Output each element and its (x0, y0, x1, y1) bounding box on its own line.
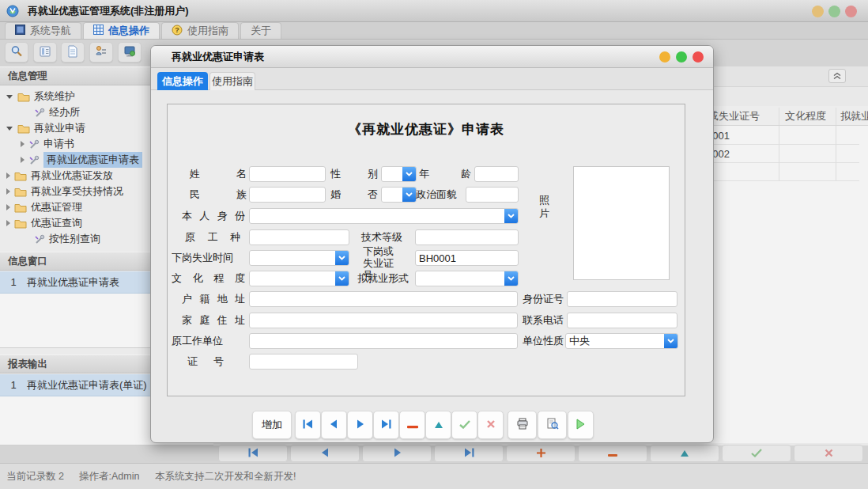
tool-icon (34, 108, 45, 118)
label-marital: 婚否 (330, 187, 378, 203)
tab-system-nav[interactable]: 系统导航 (5, 22, 81, 39)
layoff-time-select[interactable] (249, 250, 349, 266)
main-tab-bar: 系统导航 信息操作 ? 使用指南 关于 (0, 22, 868, 40)
collapsed-arrow-icon[interactable] (6, 172, 10, 179)
chevron-down-icon[interactable] (504, 271, 518, 286)
form-tool-button[interactable] (33, 42, 57, 63)
run-button[interactable] (568, 411, 594, 439)
collapsed-arrow-icon[interactable] (6, 220, 10, 226)
move-up-icon (434, 419, 443, 431)
label-photo: 照片 (539, 193, 551, 220)
delete-button[interactable] (399, 411, 425, 439)
tech-level-input[interactable] (415, 229, 519, 245)
collapsed-arrow-icon[interactable] (6, 188, 10, 195)
next-button[interactable] (347, 411, 373, 439)
last-record-icon (381, 419, 391, 431)
chevron-down-icon[interactable] (402, 167, 416, 181)
pager-edit-button[interactable] (650, 445, 719, 462)
marital-select[interactable] (381, 187, 417, 203)
name-input[interactable] (249, 166, 326, 182)
photo-placeholder (573, 166, 670, 280)
former-unit-input[interactable] (249, 333, 518, 349)
chevron-down-icon[interactable] (504, 209, 518, 223)
label-id-number: 身份证号 (523, 291, 564, 307)
dialog-close-button[interactable] (693, 51, 704, 63)
form-title: 《再就业优惠证》申请表 (168, 120, 685, 138)
status-bar: 当前记录数 2 操作者:Admin 本系统支持二次开发和全新开发! (0, 463, 868, 489)
expanded-arrow-icon[interactable] (6, 127, 13, 131)
dialog-maximize-button[interactable] (676, 51, 687, 63)
pager-add-button[interactable] (506, 445, 576, 462)
political-input[interactable] (466, 187, 519, 203)
last-button[interactable] (373, 411, 399, 439)
pager-prev-button[interactable] (290, 445, 360, 462)
layoff-cert-no-input[interactable] (415, 250, 519, 266)
user-tool-button[interactable] (89, 42, 113, 63)
employment-form-select[interactable] (415, 271, 519, 286)
prev-button[interactable] (321, 411, 347, 439)
home-addr-input[interactable] (249, 313, 518, 328)
folder-icon (14, 171, 27, 181)
confirm-button[interactable] (451, 411, 477, 439)
tab-user-guide[interactable]: ? 使用指南 (161, 22, 239, 39)
collapsed-arrow-icon[interactable] (21, 157, 25, 163)
close-button[interactable] (845, 6, 857, 17)
phone-input[interactable] (567, 313, 677, 328)
chevron-down-icon[interactable] (402, 188, 416, 202)
maximize-button[interactable] (828, 6, 840, 17)
pager-confirm-button[interactable] (722, 445, 791, 462)
print-button[interactable] (508, 411, 537, 439)
label-former-unit: 原工作单位 (172, 333, 223, 349)
first-record-icon (303, 419, 313, 431)
education-select[interactable] (249, 271, 349, 286)
gender-select[interactable] (381, 166, 417, 182)
column-header-employment-form[interactable]: 拟就业形式 (840, 109, 868, 123)
print-preview-button[interactable] (538, 411, 567, 439)
help-icon: ? (172, 25, 183, 38)
label-phone: 联系电话 (523, 313, 564, 328)
cert-no-input[interactable] (249, 354, 358, 370)
document-tool-button[interactable] (61, 42, 85, 63)
minimize-button[interactable] (812, 6, 824, 17)
unit-type-select[interactable]: 中央 (565, 333, 678, 349)
id-number-input[interactable] (567, 291, 677, 307)
pager-cancel-button[interactable] (794, 445, 863, 462)
cancel-button[interactable] (477, 411, 504, 439)
prev-record-icon (320, 448, 330, 460)
move-up-icon (680, 448, 689, 460)
identity-select[interactable] (249, 208, 519, 224)
dialog-tab-info-operation[interactable]: 信息操作 (157, 72, 208, 90)
expanded-arrow-icon[interactable] (6, 95, 13, 99)
first-button[interactable] (295, 411, 321, 439)
prev-record-icon (329, 419, 339, 431)
pager-next-button[interactable] (362, 445, 432, 462)
dialog-tab-user-guide[interactable]: 使用指南 (209, 72, 255, 90)
collapsed-arrow-icon[interactable] (21, 141, 25, 147)
chevron-down-icon[interactable] (664, 334, 677, 348)
ethnicity-input[interactable] (249, 187, 326, 203)
search-tool-button[interactable] (5, 42, 28, 63)
add-button[interactable]: 增加 (252, 411, 292, 439)
main-title-bar: 再就业优惠证管理系统(非注册用户) (0, 0, 868, 22)
label-cert-no: 证号 (187, 354, 224, 370)
chevron-down-icon[interactable] (335, 271, 349, 286)
registered-addr-input[interactable] (249, 291, 518, 307)
application-form-dialog: 再就业优惠证申请表 信息操作 使用指南 《再就业优惠证》申请表 姓名 性别 年龄 (150, 45, 714, 443)
tab-info-operation[interactable]: 信息操作 (83, 22, 160, 39)
monitor-tool-button[interactable] (118, 42, 142, 63)
collapsed-arrow-icon[interactable] (6, 204, 10, 210)
dialog-minimize-button[interactable] (659, 51, 670, 63)
column-header-education[interactable]: 文化程度 (785, 109, 826, 123)
edit-button[interactable] (425, 411, 451, 439)
label-gender: 性别 (330, 166, 378, 182)
pager-delete-button[interactable] (578, 445, 647, 462)
pager-last-button[interactable] (434, 445, 504, 462)
tab-about[interactable]: 关于 (240, 22, 281, 39)
collapse-panel-button[interactable] (828, 69, 846, 83)
application-window: 再就业优惠证管理系统(非注册用户) 系统导航 信息操作 ? 使用指南 关于 (0, 0, 868, 489)
age-input[interactable] (474, 166, 519, 182)
chevron-down-icon[interactable] (335, 251, 349, 265)
former-job-input[interactable] (249, 229, 349, 245)
pager-first-button[interactable] (218, 445, 288, 462)
column-divider (779, 108, 779, 125)
